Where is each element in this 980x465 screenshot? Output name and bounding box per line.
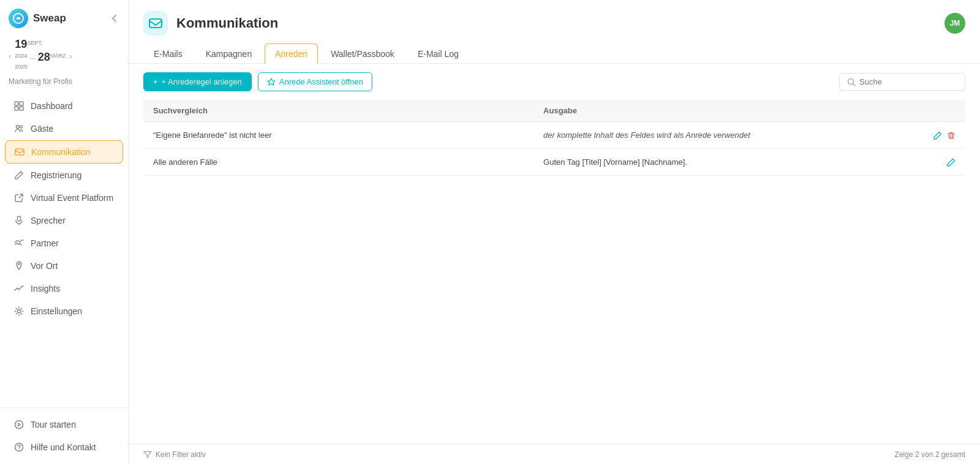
sidebar-item-vor-ort[interactable]: Vor Ort: [5, 255, 123, 277]
page-title-area: Kommunikation: [143, 11, 278, 36]
sidebar-item-hilfe[interactable]: Hilfe und Kontakt: [5, 436, 123, 458]
assistant-button[interactable]: Anrede Assistent öffnen: [258, 72, 372, 91]
assistant-icon: [267, 78, 276, 86]
add-rule-button[interactable]: + + Anrederegel anlegen: [143, 72, 252, 91]
tabs-bar: E-Mails Kampagnen Anreden Wallet/Passboo…: [129, 36, 980, 64]
tab-emails[interactable]: E-Mails: [143, 43, 193, 64]
svg-rect-4: [20, 107, 23, 110]
cell-suchvergleich: Alle anderen Fälle: [143, 149, 533, 176]
sidebar-item-label: Partner: [31, 238, 59, 248]
external-link-icon: [13, 192, 24, 203]
search-input[interactable]: [859, 77, 957, 86]
col-header-actions: [924, 100, 965, 122]
sidebar-item-insights[interactable]: Insights: [5, 278, 123, 300]
cell-ausgabe: Guten Tag [Titel] [Vorname] [Nachname].: [533, 149, 924, 176]
handshake-icon: [13, 238, 24, 249]
table-wrap: Suchvergleich Ausgabe "Eigene Briefanred…: [129, 100, 980, 444]
sidebar-item-label: Virtual Event Platform: [31, 193, 113, 203]
users-icon: [13, 123, 24, 134]
cell-suchvergleich: "Eigene Briefanrede" ist nicht leer: [143, 122, 533, 149]
tab-email-log[interactable]: E-Mail Log: [407, 43, 469, 64]
toolbar: + + Anrederegel anlegen Anrede Assistent…: [129, 64, 980, 100]
table-row: Alle anderen Fälle Guten Tag [Titel] [Vo…: [143, 149, 965, 176]
sidebar-item-registrierung[interactable]: Registrierung: [5, 164, 123, 186]
sidebar-item-virtual-event[interactable]: Virtual Event Platform: [5, 187, 123, 209]
col-header-suchvergleich: Suchvergleich: [143, 100, 533, 122]
play-circle-icon: [13, 419, 24, 430]
cell-ausgabe: der komplette Inhalt des Feldes wird als…: [533, 122, 924, 149]
sidebar-item-tour[interactable]: Tour starten: [5, 414, 123, 436]
date-prev-button[interactable]: ‹: [9, 51, 11, 61]
svg-point-13: [18, 449, 19, 450]
sidebar-item-label: Registrierung: [31, 170, 81, 180]
sidebar-item-partner[interactable]: Partner: [5, 232, 123, 254]
search-box[interactable]: [839, 73, 965, 91]
trending-up-icon: [13, 283, 24, 294]
logo-icon: [9, 9, 28, 28]
tab-wallet[interactable]: Wallet/Passbook: [320, 43, 405, 64]
top-bar: Kommunikation JM: [129, 0, 980, 36]
sidebar: Sweap ‹ 19SEPT.2024 – 28MÄRZ2025 › Marke…: [0, 0, 129, 465]
svg-rect-8: [18, 216, 21, 221]
sidebar-item-label: Kommunikation: [31, 147, 91, 157]
svg-point-10: [18, 310, 21, 313]
sidebar-item-gaeste[interactable]: Gäste: [5, 118, 123, 140]
settings-icon: [13, 306, 24, 317]
sidebar-item-label: Sprecher: [31, 216, 66, 225]
filter-indicator: Kein Filter aktiv: [143, 450, 206, 459]
delete-row-button[interactable]: [947, 131, 956, 140]
tab-anreden[interactable]: Anreden: [265, 43, 318, 64]
sidebar-item-label: Dashboard: [31, 101, 73, 111]
date-next-button[interactable]: ›: [69, 51, 72, 61]
data-table: Suchvergleich Ausgabe "Eigene Briefanred…: [143, 100, 965, 176]
svg-rect-2: [20, 102, 23, 105]
sidebar-item-label: Tour starten: [31, 420, 76, 429]
edit-row-button[interactable]: [933, 131, 942, 140]
ausgabe-text: der komplette Inhalt des Feldes wird als…: [543, 130, 750, 140]
sidebar-item-label: Einstellungen: [31, 306, 82, 316]
toolbar-left: + + Anrederegel anlegen Anrede Assistent…: [143, 72, 372, 91]
svg-rect-14: [149, 19, 162, 28]
sidebar-item-label: Gäste: [31, 124, 53, 134]
mail-icon: [14, 146, 25, 157]
sidebar-nav: Dashboard Gäste Kommunikation Registrier…: [0, 92, 128, 407]
svg-point-6: [20, 126, 23, 128]
search-icon: [847, 78, 856, 86]
page-title: Kommunikation: [176, 15, 278, 31]
svg-rect-7: [15, 149, 24, 155]
sidebar-item-label: Vor Ort: [31, 261, 58, 271]
sidebar-logo: Sweap: [9, 9, 66, 28]
edit-row-button[interactable]: [947, 158, 956, 167]
sidebar-item-dashboard[interactable]: Dashboard: [5, 95, 123, 117]
count-label: Zeige 2 von 2 gesamt: [895, 450, 965, 459]
action-icons: [933, 158, 956, 167]
mic-icon: [13, 215, 24, 226]
main-content: Kommunikation JM E-Mails Kampagnen Anred…: [129, 0, 980, 465]
svg-point-11: [15, 421, 23, 429]
sidebar-item-label: Hilfe und Kontakt: [31, 442, 96, 452]
sidebar-item-sprecher[interactable]: Sprecher: [5, 210, 123, 232]
date-range-text: 19SEPT.2024 – 28MÄRZ2025: [15, 38, 66, 74]
action-icons: [933, 131, 956, 140]
page-title-icon: [143, 11, 168, 36]
cell-actions: [924, 122, 965, 149]
svg-point-5: [17, 126, 20, 129]
event-name: Marketing für Profis: [0, 76, 128, 92]
table-header-row: Suchvergleich Ausgabe: [143, 100, 965, 122]
cell-actions: [924, 149, 965, 176]
filter-label: Kein Filter aktiv: [156, 450, 206, 459]
col-header-ausgabe: Ausgabe: [533, 100, 924, 122]
sidebar-item-kommunikation[interactable]: Kommunikation: [5, 140, 123, 164]
svg-point-9: [18, 263, 20, 265]
svg-rect-3: [15, 107, 18, 110]
tab-kampagnen[interactable]: Kampagnen: [195, 43, 263, 64]
svg-point-12: [15, 444, 23, 452]
add-icon: +: [153, 77, 158, 86]
collapse-sidebar-button[interactable]: [110, 13, 119, 23]
help-circle-icon: [13, 442, 24, 453]
sidebar-item-einstellungen[interactable]: Einstellungen: [5, 300, 123, 322]
sidebar-header: Sweap: [0, 0, 128, 34]
edit-icon: [13, 170, 24, 181]
sidebar-item-label: Insights: [31, 284, 60, 293]
map-pin-icon: [13, 260, 24, 271]
